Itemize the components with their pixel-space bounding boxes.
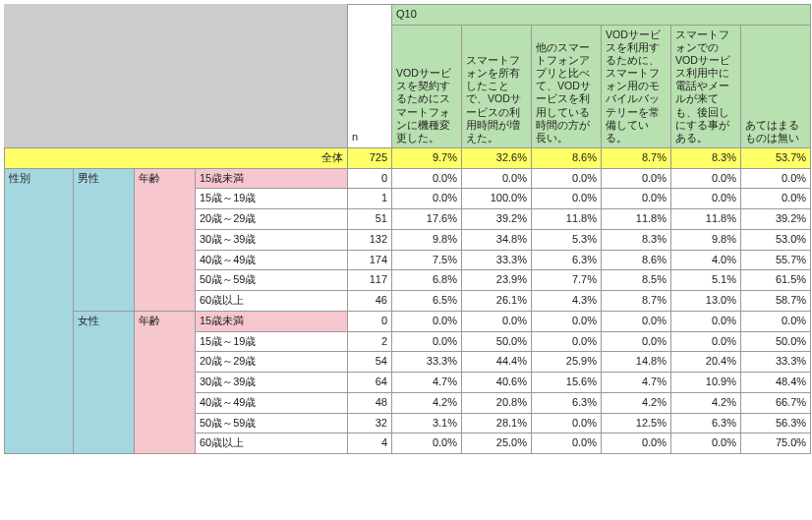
cell: 61.5% xyxy=(741,270,811,291)
cell: 0.0% xyxy=(532,311,602,331)
cell: 0.0% xyxy=(741,168,811,189)
dim1-label: 性別 xyxy=(5,168,74,454)
cell: 3.1% xyxy=(392,413,462,433)
age-label: 60歳以上 xyxy=(196,433,348,454)
col-header-0: VODサービスを契約するためにスマートフォンに機種変更した。 xyxy=(392,25,462,147)
n-header: n xyxy=(348,5,392,148)
total-v0: 9.7% xyxy=(392,147,462,168)
cell: 0.0% xyxy=(671,331,741,352)
age-label: 50歳～59歳 xyxy=(196,413,348,433)
cell: 0.0% xyxy=(741,311,811,331)
cell: 26.1% xyxy=(462,291,532,312)
cell: 9.8% xyxy=(671,229,741,250)
cell: 6.3% xyxy=(671,413,741,433)
cell-n: 32 xyxy=(348,413,392,433)
table-row: 性別 男性 年齢 15歳未満 0 0.0% 0.0% 0.0% 0.0% 0.0… xyxy=(5,168,811,189)
cell: 39.2% xyxy=(462,209,532,230)
crosstab-table: n Q10 VODサービスを契約するためにスマートフォンに機種変更した。 スマー… xyxy=(4,4,811,454)
dim2-label-male: 年齢 xyxy=(135,168,196,311)
cell: 4.2% xyxy=(671,392,741,413)
cell: 0.0% xyxy=(392,331,462,352)
cell: 55.7% xyxy=(741,250,811,270)
age-label: 30歳～39歳 xyxy=(196,373,348,393)
cell-n: 51 xyxy=(348,209,392,230)
cell: 0.0% xyxy=(671,433,741,454)
age-label: 15歳未満 xyxy=(196,311,348,331)
cell: 34.8% xyxy=(462,229,532,250)
cell: 6.3% xyxy=(532,250,602,270)
cell: 11.8% xyxy=(602,209,671,230)
cell: 48.4% xyxy=(741,373,811,393)
col-header-4: スマートフォンでのVODサービス利用中に電話やメールが来ても、後回しにする事があ… xyxy=(671,25,741,147)
age-label: 60歳以上 xyxy=(196,291,348,312)
cell-n: 0 xyxy=(348,311,392,331)
gender-male: 男性 xyxy=(74,168,135,311)
cell: 53.0% xyxy=(741,229,811,250)
cell: 33.3% xyxy=(462,250,532,270)
cell: 14.8% xyxy=(602,352,671,373)
cell: 20.8% xyxy=(462,392,532,413)
cell: 17.6% xyxy=(392,209,462,230)
total-n: 725 xyxy=(348,147,392,168)
cell: 0.0% xyxy=(602,311,671,331)
cell: 12.5% xyxy=(602,413,671,433)
col-header-3: VODサービスを利用するために、スマートフォン用のモバイルバッテリーを常備してい… xyxy=(602,25,671,147)
table-row: 女性 年齢 15歳未満 0 0.0% 0.0% 0.0% 0.0% 0.0% 0… xyxy=(5,311,811,331)
cell: 0.0% xyxy=(462,311,532,331)
col-header-1: スマートフォンを所有したことで、VODサービスの利用時間が増えた。 xyxy=(462,25,532,147)
gender-female: 女性 xyxy=(74,311,135,453)
cell: 0.0% xyxy=(532,168,602,189)
cell: 0.0% xyxy=(392,433,462,454)
cell: 75.0% xyxy=(741,433,811,454)
cell-n: 1 xyxy=(348,189,392,209)
cell: 66.7% xyxy=(741,392,811,413)
cell: 4.0% xyxy=(671,250,741,270)
cell: 0.0% xyxy=(602,433,671,454)
question-header: Q10 xyxy=(392,5,811,26)
cell: 8.3% xyxy=(602,229,671,250)
cell: 6.3% xyxy=(532,392,602,413)
cell: 0.0% xyxy=(392,311,462,331)
age-label: 15歳未満 xyxy=(196,168,348,189)
cell: 0.0% xyxy=(671,168,741,189)
cell: 0.0% xyxy=(741,189,811,209)
cell: 0.0% xyxy=(602,168,671,189)
cell: 10.9% xyxy=(671,373,741,393)
total-v1: 32.6% xyxy=(462,147,532,168)
cell: 0.0% xyxy=(532,189,602,209)
cell: 50.0% xyxy=(462,331,532,352)
cell: 0.0% xyxy=(602,331,671,352)
cell: 7.7% xyxy=(532,270,602,291)
cell: 20.4% xyxy=(671,352,741,373)
dim2-label-female: 年齢 xyxy=(135,311,196,453)
cell: 0.0% xyxy=(671,189,741,209)
cell: 44.4% xyxy=(462,352,532,373)
cell: 8.6% xyxy=(602,250,671,270)
cell: 4.7% xyxy=(602,373,671,393)
cell: 25.9% xyxy=(532,352,602,373)
cell: 15.6% xyxy=(532,373,602,393)
cell: 6.8% xyxy=(392,270,462,291)
cell-n: 48 xyxy=(348,392,392,413)
cell: 13.0% xyxy=(671,291,741,312)
age-label: 15歳～19歳 xyxy=(196,189,348,209)
cell: 56.3% xyxy=(741,413,811,433)
cell: 6.5% xyxy=(392,291,462,312)
cell: 0.0% xyxy=(602,189,671,209)
age-label: 40歳～49歳 xyxy=(196,250,348,270)
cell-n: 174 xyxy=(348,250,392,270)
cell: 0.0% xyxy=(532,413,602,433)
cell: 33.3% xyxy=(392,352,462,373)
age-label: 50歳～59歳 xyxy=(196,270,348,291)
cell-n: 2 xyxy=(348,331,392,352)
cell: 0.0% xyxy=(532,331,602,352)
cell: 100.0% xyxy=(462,189,532,209)
age-label: 15歳～19歳 xyxy=(196,331,348,352)
cell: 40.6% xyxy=(462,373,532,393)
cell-n: 4 xyxy=(348,433,392,454)
cell: 23.9% xyxy=(462,270,532,291)
cell: 8.7% xyxy=(602,291,671,312)
total-label: 全体 xyxy=(5,147,348,168)
col-header-5: あてはまるものは無い xyxy=(741,25,811,147)
total-v5: 53.7% xyxy=(741,147,811,168)
